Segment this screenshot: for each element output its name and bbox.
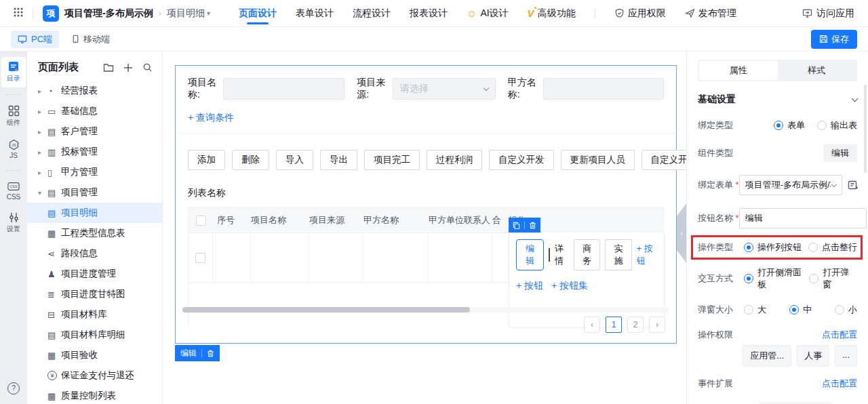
- save-button[interactable]: 保存: [811, 30, 857, 49]
- tab-publish-management[interactable]: 发布管理: [685, 0, 736, 27]
- add-button[interactable]: 添加: [188, 150, 225, 170]
- party-a-name-input[interactable]: [543, 78, 664, 100]
- trash-icon[interactable]: [207, 350, 214, 357]
- tab-style[interactable]: 样式: [778, 61, 856, 80]
- sidebar-item-bid-mgmt[interactable]: ▸▥投标管理: [27, 142, 162, 162]
- tab-properties[interactable]: 属性: [699, 61, 778, 80]
- copy-icon[interactable]: [513, 222, 520, 229]
- permission-tag-hr[interactable]: 人事: [797, 345, 829, 367]
- op-add-button-link[interactable]: + 按钮: [637, 243, 657, 267]
- tab-advanced-features[interactable]: V 高级功能: [528, 0, 576, 27]
- radio-bind-form[interactable]: 表单: [774, 119, 805, 132]
- project-name-input[interactable]: [223, 78, 344, 100]
- doc-icon: ▥: [47, 147, 61, 157]
- project-source-select[interactable]: 请选择: [393, 78, 496, 100]
- radio-size-small[interactable]: 小: [835, 304, 857, 316]
- pc-view-toggle[interactable]: PC端: [11, 31, 59, 48]
- sidebar-item-project-progress-mgmt[interactable]: ♟项目进度管理: [27, 264, 162, 284]
- radio-click-whole-row[interactable]: 点击整行: [808, 241, 857, 254]
- configure-permission-link[interactable]: 点击配置: [822, 329, 857, 341]
- tab-page-design[interactable]: 页面设计: [239, 0, 277, 27]
- app-title: 项目管理-多布局示例: [64, 7, 153, 20]
- tab-ai-design[interactable]: ☺ AI设计: [467, 0, 509, 27]
- app-launcher-icon[interactable]: [14, 7, 23, 19]
- radio-open-modal[interactable]: 打开弹窗: [809, 266, 857, 291]
- sidebar-item-project-detail[interactable]: ▤项目明细: [27, 203, 162, 223]
- open-form-icon[interactable]: [848, 180, 859, 190]
- sidebar-item-project-gantt[interactable]: ≣项目进度甘特图: [27, 284, 162, 304]
- next-page-button[interactable]: ›: [649, 317, 665, 333]
- radio-bind-output-table[interactable]: 输出表: [817, 119, 857, 132]
- button-name-input[interactable]: [739, 208, 867, 228]
- rail-item-settings[interactable]: 设置: [1, 209, 26, 238]
- search-icon[interactable]: [142, 62, 153, 73]
- delete-button[interactable]: 删除: [232, 150, 269, 170]
- page-component-selected[interactable]: 项目名称: 项目来源: 请选择 甲方名称: + 查询条件 添加 删除 导入 导出…: [175, 65, 677, 344]
- tab-report-design[interactable]: 报表设计: [410, 0, 448, 27]
- breadcrumb-page[interactable]: 项目明细: [167, 7, 205, 20]
- sidebar-item-project-material-detail[interactable]: ▤项目材料库明细: [27, 325, 162, 345]
- row-checkbox[interactable]: [195, 253, 205, 263]
- js-icon: JS: [8, 139, 20, 150]
- visit-app-button[interactable]: 访问应用: [802, 7, 854, 20]
- inspector-scrollbar[interactable]: [864, 85, 867, 173]
- radio-size-large[interactable]: 大: [744, 304, 766, 316]
- tab-app-permissions[interactable]: 应用权限: [614, 0, 666, 27]
- sidebar-item-customer-mgmt[interactable]: ▸▤客户管理: [27, 121, 162, 142]
- op-business-button[interactable]: 商务: [574, 239, 600, 270]
- sidebar-item-deposit-pay-return[interactable]: ¥保证金支付与退还: [27, 365, 162, 386]
- sidebar-item-basic-info[interactable]: ▸▭基础信息: [27, 101, 162, 121]
- sidebar-item-business-reports[interactable]: ▸◔经营报表: [27, 81, 162, 101]
- radio-size-medium[interactable]: 中: [789, 304, 812, 316]
- rail-item-catalog[interactable]: 目录: [1, 57, 26, 87]
- scrollbar-thumb[interactable]: [182, 307, 470, 312]
- tab-flow-design[interactable]: 流程设计: [353, 0, 391, 27]
- sidebar-item-project-acceptance[interactable]: ▦项目验收: [27, 345, 162, 365]
- chevron-down-icon[interactable]: ▾: [207, 9, 210, 17]
- col-project-name: 项目名称: [251, 208, 309, 233]
- bind-form-select[interactable]: 项目管理-多布局示例/项: [739, 175, 842, 195]
- op-detail-button[interactable]: 详情: [555, 243, 569, 267]
- sidebar-item-project-type-info[interactable]: ▦工程类型信息表: [27, 223, 162, 243]
- help-icon[interactable]: ?: [7, 382, 20, 395]
- op-edit-button-selected[interactable]: 编辑: [516, 239, 544, 270]
- mobile-view-toggle[interactable]: 移动端: [71, 33, 110, 45]
- project-complete-button[interactable]: 项目完工: [364, 150, 420, 170]
- panel-collapse-handle[interactable]: ›: [677, 203, 686, 263]
- add-op-button-set-link[interactable]: + 按钮集: [551, 280, 588, 292]
- export-button[interactable]: 导出: [320, 150, 357, 170]
- rail-item-css[interactable]: CSS CSS: [1, 178, 26, 205]
- page-1-button[interactable]: 1: [606, 317, 622, 333]
- rail-item-components[interactable]: 组件: [1, 102, 26, 132]
- prev-page-button[interactable]: ‹: [584, 317, 600, 333]
- import-button[interactable]: 导入: [276, 150, 313, 170]
- component-type-chip[interactable]: 编辑: [823, 144, 857, 162]
- radio-open-side-panel[interactable]: 打开侧滑面板: [744, 266, 809, 291]
- page-2-button[interactable]: 2: [627, 317, 644, 333]
- section-basic-settings[interactable]: 基础设置: [698, 94, 857, 106]
- sidebar-item-project-material-lib[interactable]: ⊟项目材料库: [27, 304, 162, 325]
- configure-event-link[interactable]: 点击配置: [822, 378, 857, 390]
- trash-icon[interactable]: [529, 222, 536, 229]
- permission-tag-more[interactable]: ...: [835, 345, 857, 367]
- sidebar-item-project-mgmt[interactable]: ▾▤项目管理: [27, 182, 162, 203]
- horizontal-scrollbar[interactable]: [182, 307, 669, 312]
- sidebar-item-road-section-info[interactable]: ⋖路段信息: [27, 243, 162, 264]
- op-implement-button[interactable]: 实施: [605, 239, 631, 270]
- grid-icon: ▦: [47, 391, 61, 401]
- add-page-icon[interactable]: [123, 63, 133, 73]
- radio-op-column-button[interactable]: 操作列按钮: [744, 241, 802, 254]
- selected-element-tag[interactable]: 编辑: [175, 345, 220, 361]
- add-op-button-link[interactable]: + 按钮: [516, 280, 543, 292]
- custom-dev-button[interactable]: 自定义开发: [489, 150, 554, 170]
- process-profit-button[interactable]: 过程利润: [427, 150, 482, 170]
- update-project-staff-button[interactable]: 更新项目人员: [561, 150, 635, 170]
- rail-item-js[interactable]: JS JS: [1, 136, 26, 163]
- sidebar-item-party-a-mgmt[interactable]: ▸▯甲方管理: [27, 162, 162, 182]
- tab-form-design[interactable]: 表单设计: [296, 0, 334, 27]
- new-folder-icon[interactable]: [103, 62, 114, 73]
- permission-tag-app-admin[interactable]: 应用管...: [743, 345, 791, 367]
- sidebar-item-quality-control-list[interactable]: ▦质量控制列表: [27, 386, 162, 404]
- select-all-checkbox[interactable]: [196, 216, 206, 226]
- add-query-condition-link[interactable]: + 查询条件: [188, 112, 234, 124]
